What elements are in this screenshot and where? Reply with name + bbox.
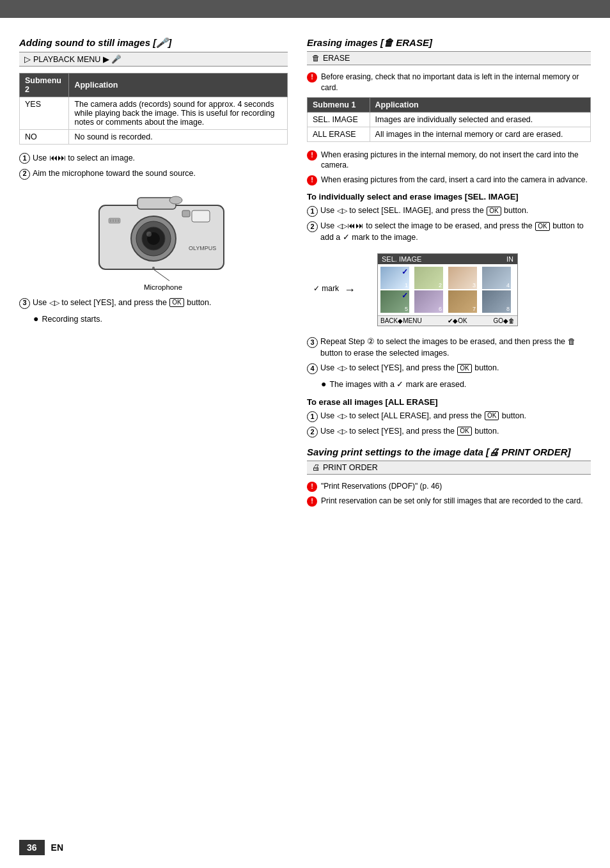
warning-icon-3: !: [307, 175, 317, 185]
print-icon: 🖨: [312, 463, 320, 472]
all-step-2-text: Use ◁▷ to select [YES], and press the OK…: [320, 426, 499, 438]
right-table: Submenu 1 Application SEL. IMAGE Images …: [307, 97, 591, 142]
svg-rect-7: [192, 210, 210, 222]
erase-icon: 🗑: [312, 54, 320, 63]
table-row: ALL ERASE All images in the internal mem…: [308, 127, 591, 141]
camera-image-container: OLYMPUS Microphone: [38, 186, 288, 291]
microphone-label: Microphone: [144, 283, 182, 291]
step-3-num: 3: [19, 298, 30, 309]
sel-image-grid: ✓ 1 2 3 4 ✓ 5: [378, 264, 517, 315]
sel-image-cell: SEL. IMAGE: [308, 112, 370, 127]
table-row: YES The camera adds (records) sound for …: [20, 97, 288, 130]
all-step-1-num: 1: [307, 411, 318, 422]
svg-point-16: [152, 267, 155, 269]
left-column: Adding sound to still images [🎤] ▷ PLAYB…: [19, 37, 288, 510]
yes-desc: The camera adds (records) sound for appr…: [69, 97, 288, 130]
yes-cell: YES: [20, 97, 69, 130]
no-cell: NO: [20, 130, 69, 145]
sel-image-box: SEL. IMAGE IN ✓ 1 2 3 4: [377, 253, 518, 326]
no-desc: No sound is recorded.: [69, 130, 288, 145]
svg-line-17: [153, 269, 169, 281]
svg-point-9: [169, 196, 182, 204]
erased-bullet: ● The images with a ✓ mark are erased.: [321, 379, 591, 391]
sel-step-2-text: Use ◁▷⏮⏭ to select the image to be erase…: [320, 221, 591, 243]
sel-step-3-text: Repeat Step ② to select the images to be…: [320, 336, 591, 359]
print-order-text: PRINT ORDER: [323, 463, 378, 472]
print-warning-2: ! Print reservation can be set only for …: [307, 496, 591, 507]
recording-bullet: ● Recording starts.: [33, 314, 288, 326]
page-footer: 36 EN: [0, 840, 610, 855]
sel-step-2-num: 2: [307, 221, 318, 232]
sel-image-steps: 1 Use ◁▷ to select [SEL. IMAGE], and pre…: [307, 205, 591, 243]
all-erase-steps: 1 Use ◁▷ to select [ALL ERASE], and pres…: [307, 411, 591, 438]
svg-point-6: [146, 232, 152, 237]
thumbnail-1: ✓ 1: [380, 267, 409, 289]
sel-image-desc: Images are individually selected and era…: [370, 112, 590, 127]
warning-card: ! When erasing pictures from the card, i…: [307, 175, 591, 185]
warning-icon-5: !: [307, 496, 317, 507]
sel-image-steps-cont: 3 Repeat Step ② to select the images to …: [307, 336, 591, 374]
col-submenu1: Submenu 1: [308, 97, 370, 112]
page-lang: EN: [51, 842, 63, 853]
left-menu-bar: ▷ PLAYBACK MENU ▶ 🎤: [19, 52, 288, 67]
sel-step-3-num: 3: [307, 337, 318, 348]
print-order-menu-bar: 🖨 PRINT ORDER: [307, 461, 591, 475]
before-warning: ! Before erasing, check that no importan…: [307, 72, 591, 93]
thumbnail-6: 6: [414, 290, 443, 313]
warning-icon-1: !: [307, 72, 317, 83]
left-steps: 1 Use ⏮⏭ to select an image. 2 Aim the m…: [19, 152, 288, 180]
thumbnail-7: 7: [448, 290, 477, 313]
sel-image-footer: BACK◆MENU ✔◆OK GO◆🗑: [378, 315, 517, 326]
thumbnail-8: 8: [482, 290, 511, 313]
warning-icon-4: !: [307, 482, 317, 492]
sel-step-1-text: Use ◁▷ to select [SEL. IMAGE], and press…: [320, 205, 528, 217]
thumbnail-5: ✓ 5: [380, 290, 409, 313]
right-menu-bar: 🗑 ERASE: [307, 51, 591, 65]
table-row: NO No sound is recorded.: [20, 130, 288, 145]
step-2-num: 2: [19, 169, 30, 180]
top-bar: [0, 0, 610, 18]
step-1-text: Use ⏮⏭ to select an image.: [33, 152, 135, 164]
all-step-1-text: Use ◁▷ to select [ALL ERASE], and press …: [320, 411, 526, 422]
step-2-text: Aim the microphone toward the sound sour…: [33, 168, 196, 180]
print-warning-1: ! "Print Reservations (DPOF)" (p. 46): [307, 481, 591, 492]
sel-step-4-text: Use ◁▷ to select [YES], and press the OK…: [320, 363, 499, 374]
all-erase-desc: All images in the internal memory or car…: [370, 127, 590, 141]
thumbnail-4: 4: [482, 267, 511, 289]
camera-diagram: OLYMPUS: [93, 186, 233, 282]
thumbnail-2: 2: [414, 267, 443, 289]
all-erase-cell: ALL ERASE: [308, 127, 370, 141]
right-column: Erasing images [🗑 ERASE] 🗑 ERASE ! Befor…: [307, 37, 591, 510]
col-application-left: Application: [69, 74, 288, 97]
svg-text:OLYMPUS: OLYMPUS: [189, 245, 216, 251]
step-1-num: 1: [19, 153, 30, 164]
col-submenu2: Submenu 2: [20, 74, 69, 97]
all-erase-subsection-title: To erase all images [ALL ERASE]: [307, 397, 591, 407]
warning-memory: ! When erasing pictures in the internal …: [307, 150, 591, 171]
left-section-title: Adding sound to still images [🎤]: [19, 37, 288, 49]
sel-image-subsection-title: To individually select and erase images …: [307, 192, 591, 201]
warning-icon-2: !: [307, 150, 317, 161]
checkmark-label: ✓ mark: [313, 284, 339, 293]
playback-icon: ▷: [24, 54, 31, 64]
arrow-right-icon: →: [344, 283, 356, 297]
page-number: 36: [19, 840, 45, 855]
thumbnail-3: 3: [448, 267, 477, 289]
col-application-right: Application: [370, 97, 590, 112]
sel-image-preview-row: ✓ mark → SEL. IMAGE IN ✓ 1 2 3: [307, 248, 591, 331]
left-steps-2: 3 Use ◁▷ to select [YES], and press the …: [19, 297, 288, 309]
erase-menu-text: ERASE: [323, 54, 350, 63]
table-row: SEL. IMAGE Images are individually selec…: [308, 112, 591, 127]
print-order-title: Saving print settings to the image data …: [307, 446, 591, 457]
all-step-2-num: 2: [307, 427, 318, 438]
svg-rect-8: [182, 210, 190, 217]
left-table: Submenu 2 Application YES The camera add…: [19, 73, 288, 145]
step-3-text: Use ◁▷ to select [YES], and press the OK…: [33, 297, 211, 309]
print-order-section: Saving print settings to the image data …: [307, 446, 591, 507]
sel-step-4-num: 4: [307, 363, 318, 374]
menu-bar-text: PLAYBACK MENU ▶ 🎤: [33, 54, 121, 64]
sel-image-header: SEL. IMAGE IN: [378, 254, 517, 264]
sel-step-1-num: 1: [307, 206, 318, 217]
right-section-title: Erasing images [🗑 ERASE]: [307, 37, 591, 48]
